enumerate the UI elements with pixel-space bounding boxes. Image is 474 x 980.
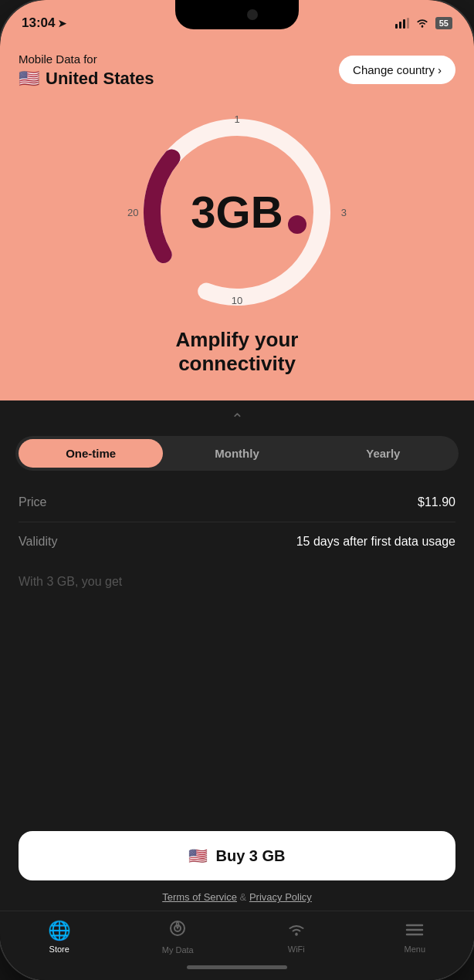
my-data-icon [168,919,187,942]
price-row: Price $11.90 [19,483,455,522]
gauge-label-1: 1 [234,113,239,125]
nav-store[interactable]: 🌐 Store [0,920,119,954]
battery-badge: 55 [435,17,452,29]
wifi-icon [415,18,429,29]
top-section: Mobile Data for 🇺🇸 United States Change … [0,42,474,400]
svg-point-10 [295,933,298,936]
gauge-center: 3GB [191,190,283,235]
gauge-label-10: 10 [232,295,242,306]
terms-row: Terms of Service & Privacy Policy [0,885,474,911]
gauge-container: 1 3 10 20 3GB [19,104,455,320]
wifi-nav-icon [287,920,306,941]
store-icon: 🌐 [48,920,71,941]
tabs-row: One-time Monthly Yearly [15,436,459,471]
gauge-label-3: 3 [341,207,347,218]
gauge-label-20: 20 [127,207,138,218]
tab-monthly[interactable]: Monthly [164,439,309,468]
nav-my-data[interactable]: My Data [119,919,238,955]
with-gb-section: With 3 GB, you get [0,561,474,823]
time-display: 13:04 [22,15,55,31]
validity-value: 15 days after first data usage [296,535,455,549]
tagline-line1: Amplify your [176,328,299,351]
validity-row: Validity 15 days after first data usage [19,522,455,561]
tagline-line2: connectivity [178,352,296,375]
price-label: Price [19,495,46,509]
price-value: $11.90 [418,495,455,509]
status-icons: 55 [395,17,452,29]
bottom-section: ⌃ One-time Monthly Yearly Price $11.90 V… [0,400,474,980]
svg-rect-2 [403,19,405,29]
country-name: United States [46,69,154,89]
phone-screen: 13:04 ➤ 55 [0,0,474,980]
buy-button[interactable]: 🇺🇸 Buy 3 GB [19,831,455,880]
change-country-button[interactable]: Change country › [339,56,455,84]
nav-wifi-label: WiFi [288,945,305,954]
camera [247,9,258,20]
buy-flag: 🇺🇸 [188,847,208,865]
tab-one-time[interactable]: One-time [19,439,163,468]
nav-menu-label: Menu [404,945,425,954]
nav-menu[interactable]: Menu [356,920,475,954]
nav-my-data-label: My Data [162,945,194,955]
country-info: Mobile Data for 🇺🇸 United States [19,52,154,89]
menu-icon [405,920,424,941]
chevron-row: ⌃ [0,400,474,436]
with-gb-title: With 3 GB, you get [19,575,122,588]
collapse-icon[interactable]: ⌃ [231,410,244,428]
location-icon: ➤ [58,18,66,29]
validity-label: Validity [19,535,57,549]
svg-rect-0 [395,24,398,29]
notch [175,0,299,29]
svg-rect-3 [407,18,409,29]
svg-point-4 [421,25,423,28]
privacy-link[interactable]: Privacy Policy [249,891,312,903]
terms-separator: & [240,891,249,903]
nav-store-label: Store [49,945,69,954]
info-rows: Price $11.90 Validity 15 days after firs… [0,471,474,561]
status-time: 13:04 ➤ [22,15,66,31]
signal-icon [395,18,409,29]
mobile-data-label: Mobile Data for [19,52,154,66]
bottom-nav: 🌐 Store My Data [0,911,474,961]
home-indicator [0,961,474,980]
svg-rect-1 [399,22,401,29]
home-bar [187,965,287,969]
phone-frame: 13:04 ➤ 55 [0,0,474,980]
tagline: Amplify your connectivity [19,328,455,376]
tab-yearly[interactable]: Yearly [311,439,455,468]
country-flag: 🇺🇸 [19,69,39,89]
buy-area: 🇺🇸 Buy 3 GB [0,823,474,885]
chevron-right-icon: › [438,63,442,76]
country-name-row: 🇺🇸 United States [19,69,154,89]
buy-label: Buy 3 GB [215,847,285,865]
header-row: Mobile Data for 🇺🇸 United States Change … [19,52,455,89]
change-country-label: Change country [353,63,435,76]
terms-link[interactable]: Terms of Service [162,891,237,903]
nav-wifi[interactable]: WiFi [237,920,356,954]
gauge-value: 3GB [191,190,283,235]
